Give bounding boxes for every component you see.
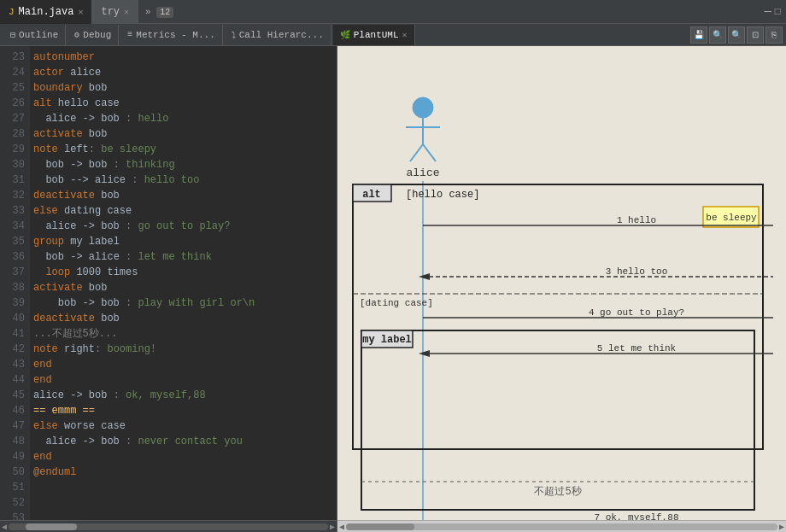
scroll-left[interactable]: ◀ [2, 522, 7, 532]
line-number: 25 [0, 80, 25, 96]
outline-icon: ⊟ [10, 30, 15, 40]
code-line: alice -> bob : go out to play? [33, 219, 333, 234]
scroll-right[interactable]: ▶ [330, 522, 335, 532]
svg-line-4 [423, 144, 436, 161]
code-content[interactable]: autonumberactor aliceboundary bobalt hel… [30, 46, 337, 520]
copy-btn[interactable]: ⎘ [765, 26, 783, 44]
line-number: 39 [0, 295, 25, 311]
tab-call-hierarchy-label: Call Hierarc... [239, 30, 324, 40]
diagram-panel: alice bob alt [hello case] [337, 46, 786, 532]
code-line: note right: booming! [33, 342, 333, 357]
tab-close-try[interactable]: ✕ [124, 7, 129, 17]
svg-point-0 [413, 97, 433, 118]
plantuml-icon: 🌿 [340, 30, 350, 40]
code-line: activate bob [33, 280, 333, 295]
svg-marker-34 [419, 350, 430, 357]
tab-close-plantuml[interactable]: ✕ [402, 30, 408, 40]
line-number: 44 [0, 372, 25, 388]
code-line: alice -> bob : hello [33, 111, 333, 126]
line-number: 28 [0, 126, 25, 142]
line-number: 46 [0, 403, 25, 418]
alice-label: alice [406, 167, 439, 179]
minimize-btn[interactable]: ─ [764, 5, 771, 19]
line-number: 49 [0, 449, 25, 465]
overflow-icon: » [145, 7, 151, 17]
code-line: else dating case [33, 203, 333, 219]
line-number: 48 [0, 434, 25, 449]
svg-marker-23 [419, 273, 430, 280]
line-numbers: 2324252627282930313233343536373839404142… [0, 46, 30, 520]
diagram-svg: alice bob alt [hello case] [337, 46, 773, 520]
line-number: 26 [0, 96, 25, 111]
svg-text:[hello case]: [hello case] [406, 189, 479, 201]
svg-text:1 hello: 1 hello [617, 215, 656, 225]
diagram-scroll-right[interactable]: ▶ [779, 522, 784, 532]
overflow-count: 12 [156, 7, 173, 18]
code-line: loop 1000 times [33, 265, 333, 280]
svg-rect-30 [361, 330, 754, 510]
line-number: 30 [0, 157, 25, 172]
svg-text:不超过5秒: 不超过5秒 [534, 486, 581, 498]
scrollbar-thumb[interactable] [26, 523, 77, 530]
diagram-scroll-left[interactable]: ◀ [339, 522, 344, 532]
tab-overflow[interactable]: » 12 [138, 7, 180, 17]
code-line: @enduml [33, 465, 333, 480]
maximize-btn[interactable]: □ [775, 6, 781, 18]
main-content: 2324252627282930313233343536373839404142… [0, 46, 786, 532]
tab-call-hierarchy[interactable]: ⤵ Call Hierarc... [225, 25, 331, 45]
svg-text:alt: alt [362, 189, 381, 201]
code-line: alt hello case [33, 96, 333, 111]
svg-line-3 [410, 144, 423, 161]
tab-outline-label: Outline [19, 30, 58, 40]
line-number: 43 [0, 357, 25, 372]
svg-text:[dating case]: [dating case] [360, 298, 433, 308]
line-number: 52 [0, 495, 25, 511]
tab-bar: J Main.java ✕ try ✕ » 12 ─ □ [0, 0, 786, 24]
code-line: alice -> bob : never contact you [33, 434, 333, 449]
svg-text:4 go out to play?: 4 go out to play? [589, 307, 684, 318]
line-number: 24 [0, 65, 25, 80]
tab-outline[interactable]: ⊟ Outline [3, 25, 66, 45]
tab-metrics[interactable]: ≡ Metrics - M... [120, 25, 222, 45]
code-panel: 2324252627282930313233343536373839404142… [0, 46, 337, 532]
code-scrollbar: ◀ ▶ [0, 520, 337, 532]
code-line: activate bob [33, 126, 333, 142]
line-number: 27 [0, 111, 25, 126]
diagram-scrollbar-thumb[interactable] [346, 523, 414, 530]
tab-plantuml[interactable]: 🌿 PlantUML ✕ [333, 25, 415, 45]
scrollbar-track[interactable] [9, 523, 328, 530]
tab-main-java[interactable]: J Main.java ✕ [0, 0, 92, 24]
diagram-scrollbar-track[interactable] [346, 523, 777, 530]
tab-metrics-label: Metrics - M... [136, 30, 214, 40]
tab-label-try: try [101, 6, 120, 18]
code-line: actor alice [33, 65, 333, 80]
code-line: bob -> bob : play with girl or\n [33, 295, 333, 311]
line-number: 36 [0, 249, 25, 265]
save-btn[interactable]: 💾 [690, 26, 707, 44]
line-number: 35 [0, 234, 25, 249]
line-number: 32 [0, 188, 25, 203]
svg-text:be sleepy: be sleepy [706, 213, 757, 223]
tab-plantuml-label: PlantUML [354, 30, 399, 40]
line-number: 29 [0, 142, 25, 157]
code-line: alice -> bob : ok, myself,88 [33, 388, 333, 403]
metrics-icon: ≡ [127, 30, 132, 39]
zoom-out-btn[interactable]: 🔍 [728, 26, 745, 44]
code-line: end [33, 357, 333, 372]
zoom-in-btn[interactable]: 🔍 [709, 26, 726, 44]
diagram-scroll-bottom: ◀ ▶ [337, 520, 786, 532]
code-line: ...不超过5秒... [33, 326, 333, 342]
tab-close-main[interactable]: ✕ [78, 7, 83, 17]
code-line: == emmm == [33, 403, 333, 418]
svg-text:5 let me think: 5 let me think [597, 343, 677, 354]
java-icon: J [9, 7, 15, 17]
code-line: deactivate bob [33, 311, 333, 326]
tab-try[interactable]: try ✕ [92, 0, 138, 24]
code-line: end [33, 449, 333, 465]
line-number: 50 [0, 465, 25, 480]
diagram-area[interactable]: alice bob alt [hello case] [337, 46, 786, 520]
line-number: 31 [0, 172, 25, 188]
svg-rect-10 [353, 184, 763, 449]
fit-btn[interactable]: ⊡ [747, 26, 764, 44]
tab-debug[interactable]: ⚙ Debug [67, 25, 119, 45]
